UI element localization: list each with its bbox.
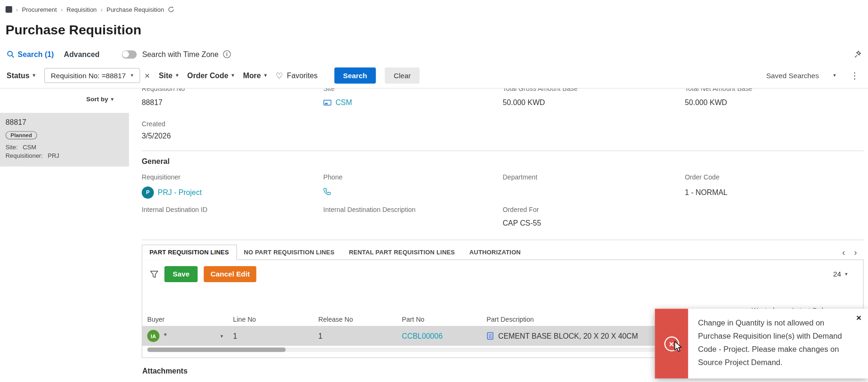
caret-down-icon: ▾	[131, 73, 133, 78]
breadcrumb-purchase-requisition[interactable]: Purchase Requisition	[106, 6, 164, 13]
saved-searches-label: Saved Searches	[766, 72, 819, 80]
release-no-cell[interactable]: 1	[318, 332, 401, 340]
status-badge: Planned	[6, 131, 37, 139]
requisitioner-link[interactable]: PRJ - Project	[158, 187, 202, 197]
tab-part-requisition-lines[interactable]: PART REQUISITION LINES	[142, 244, 237, 260]
cancel-edit-button[interactable]: Cancel Edit	[204, 266, 256, 282]
internal-destination-id-value	[142, 219, 323, 228]
col-part-no: Part No	[402, 316, 487, 326]
more-dropdown-label: More	[243, 72, 261, 80]
toast-accent: ×	[655, 309, 688, 379]
phone-icon	[323, 187, 331, 195]
heart-icon: ♡	[276, 72, 283, 80]
error-icon: ×	[664, 336, 679, 351]
site-dropdown-label: Site	[159, 72, 172, 80]
caret-down-icon: ▾	[834, 73, 836, 78]
toggle-knob	[123, 51, 129, 57]
order-code-dropdown[interactable]: Order Code ▾	[187, 72, 234, 80]
tabs-scroll-left-icon[interactable]: ‹	[842, 248, 845, 257]
summary-section: Requisition No Site Total Gross Amount B…	[142, 89, 864, 141]
chevron-right-icon: ›	[101, 6, 103, 13]
search-bar: Search (1) Advanced Search with Time Zon…	[0, 45, 868, 63]
more-filters-dropdown[interactable]: More ▾	[243, 72, 267, 80]
kebab-menu-icon[interactable]: ⋮	[848, 70, 861, 81]
tab-authorization[interactable]: AUTHORIZATION	[462, 244, 528, 260]
error-toast: × × Change in Quantity is not allowed on…	[655, 309, 868, 379]
chevron-right-icon: ›	[61, 6, 63, 13]
gross-amount-label: Total Gross Amount Base	[503, 89, 685, 93]
internal-destination-description-value	[323, 219, 503, 228]
caret-down-icon: ▾	[111, 97, 113, 102]
detail-tabs: PART REQUISITION LINES NO PART REQUISITI…	[142, 244, 864, 260]
site-icon	[323, 99, 332, 106]
sort-by-label: Sort by	[86, 96, 108, 102]
col-release-no: Release No	[318, 316, 401, 326]
result-site: Site:CSM	[6, 143, 123, 152]
status-dropdown-label: Status	[7, 72, 29, 80]
saved-searches-dropdown[interactable]: Saved Searches ▾	[766, 72, 836, 80]
net-amount-value: 50.000 KWD	[685, 98, 863, 108]
filter-icon[interactable]	[150, 270, 158, 278]
page-size-value: 24	[833, 270, 841, 278]
timezone-toggle[interactable]	[122, 50, 137, 58]
buyer-value: *	[164, 332, 167, 340]
order-code-value: 1 - NORMAL	[685, 187, 863, 197]
order-code-label: Order Code	[685, 173, 863, 182]
tabs-scroll-right-icon[interactable]: ›	[854, 248, 857, 257]
favorites-button[interactable]: ♡ Favorites	[276, 72, 318, 80]
page-size-dropdown[interactable]: 24 ▾	[833, 270, 855, 278]
info-icon[interactable]: i	[223, 50, 230, 58]
list-item[interactable]: 88817 Planned Site:CSM Requisitioner:PRJ	[0, 113, 129, 167]
chevron-right-icon: ›	[16, 6, 18, 13]
tab-rental-part-requisition-lines[interactable]: RENTAL PART REQUISITION LINES	[342, 244, 462, 260]
created-label: Created	[142, 120, 864, 129]
scrollbar-thumb[interactable]	[147, 348, 286, 352]
search-toggle-button[interactable]: Search (1)	[7, 50, 54, 58]
requisition-no-filter-chip[interactable]: Requisition No: =88817 ▾	[44, 68, 140, 83]
save-button[interactable]: Save	[164, 266, 198, 282]
part-no-cell: CCBL00006	[402, 332, 487, 340]
col-buyer: Buyer	[147, 316, 233, 326]
breadcrumb-requisition[interactable]: Requisition	[66, 6, 97, 13]
general-section-title: General	[142, 157, 864, 166]
net-amount-label: Total Net Amount Base	[685, 89, 863, 93]
favorites-label: Favorites	[287, 72, 318, 80]
clear-button[interactable]: Clear	[385, 67, 420, 83]
site-link[interactable]: CSM	[336, 98, 352, 108]
caret-down-icon: ▾	[232, 73, 234, 78]
caret-down-icon: ▾	[33, 73, 35, 78]
toast-close-icon[interactable]: ×	[856, 314, 861, 323]
status-dropdown[interactable]: Status ▾	[7, 72, 35, 80]
breadcrumb-procurement[interactable]: Procurement	[22, 6, 57, 13]
requisition-no-value: 88817	[142, 98, 323, 108]
caret-down-icon: ▾	[176, 73, 178, 78]
refresh-icon[interactable]	[168, 6, 174, 13]
caret-down-icon: ▾	[264, 73, 267, 78]
general-section: General Requisitioner Phone Department O…	[142, 151, 864, 228]
col-line-no: Line No	[233, 316, 319, 326]
requisition-no-label: Requisition No	[142, 89, 323, 93]
remove-filter-icon[interactable]: ✕	[144, 72, 150, 79]
caret-down-icon: ▾	[221, 333, 223, 339]
part-description-value: CEMENT BASE BLOCK, 20 X 20 X 40CM	[498, 332, 638, 340]
department-label: Department	[503, 173, 685, 182]
app-window: › Procurement › Requisition › Purchase R…	[0, 0, 868, 382]
line-no-cell[interactable]: 1	[233, 332, 319, 340]
filter-chip-label: Requisition No: =88817	[51, 72, 126, 80]
result-requisitioner: Requisitioner:PRJ	[6, 152, 123, 160]
tab-no-part-requisition-lines[interactable]: NO PART REQUISITION LINES	[237, 244, 342, 260]
result-id: 88817	[6, 118, 123, 127]
buyer-dropdown[interactable]: IA * ▾	[147, 330, 233, 342]
caret-down-icon: ▾	[845, 272, 847, 277]
part-no-link[interactable]: CCBL00006	[402, 332, 442, 340]
search-button[interactable]: Search	[334, 67, 376, 83]
created-value: 3/5/2026	[142, 131, 864, 141]
pin-icon[interactable]	[854, 50, 861, 58]
app-icon[interactable]	[6, 6, 12, 13]
attachments-title: Attachments	[142, 367, 188, 375]
site-dropdown[interactable]: Site ▾	[159, 72, 178, 80]
advanced-search-link[interactable]: Advanced	[64, 50, 99, 58]
document-icon	[487, 332, 494, 340]
buyer-avatar: IA	[147, 330, 159, 342]
sort-by-dropdown[interactable]: Sort by ▾	[0, 93, 131, 105]
